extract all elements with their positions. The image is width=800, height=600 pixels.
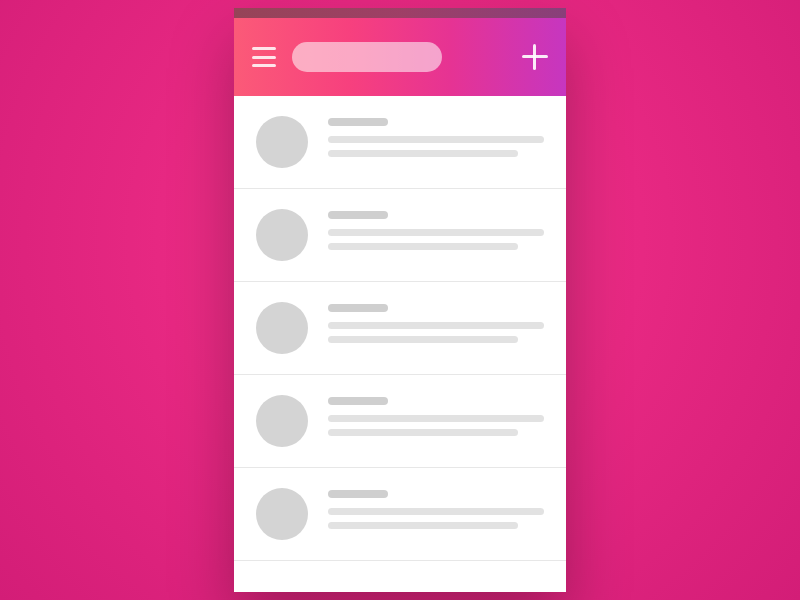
list-item-line <box>328 136 544 143</box>
search-input[interactable] <box>292 42 442 72</box>
list-item-line <box>328 229 544 236</box>
list-item-line <box>328 336 518 343</box>
list-item-title <box>328 211 388 219</box>
list-item-title <box>328 490 388 498</box>
list-item-line <box>328 508 544 515</box>
app-bar <box>234 18 566 96</box>
list-item-content <box>328 395 544 443</box>
list-item[interactable] <box>234 282 566 375</box>
list-item-content <box>328 488 544 536</box>
avatar <box>256 302 308 354</box>
list-item-content <box>328 116 544 164</box>
list-item[interactable] <box>234 468 566 561</box>
feed-list <box>234 96 566 561</box>
background <box>0 0 800 600</box>
list-item-content <box>328 302 544 350</box>
avatar <box>256 209 308 261</box>
avatar <box>256 488 308 540</box>
list-item[interactable] <box>234 189 566 282</box>
list-item-title <box>328 118 388 126</box>
list-item[interactable] <box>234 375 566 468</box>
hamburger-icon[interactable] <box>252 47 276 67</box>
plus-icon[interactable] <box>522 44 548 70</box>
avatar <box>256 116 308 168</box>
avatar <box>256 395 308 447</box>
list-item-line <box>328 415 544 422</box>
list-item-line <box>328 243 518 250</box>
status-bar <box>234 8 566 18</box>
list-item-title <box>328 304 388 312</box>
list-item-line <box>328 429 518 436</box>
list-item-line <box>328 322 544 329</box>
list-item-line <box>328 150 518 157</box>
device-frame <box>234 8 566 592</box>
list-item-title <box>328 397 388 405</box>
list-item-content <box>328 209 544 257</box>
list-item-line <box>328 522 518 529</box>
list-item[interactable] <box>234 96 566 189</box>
